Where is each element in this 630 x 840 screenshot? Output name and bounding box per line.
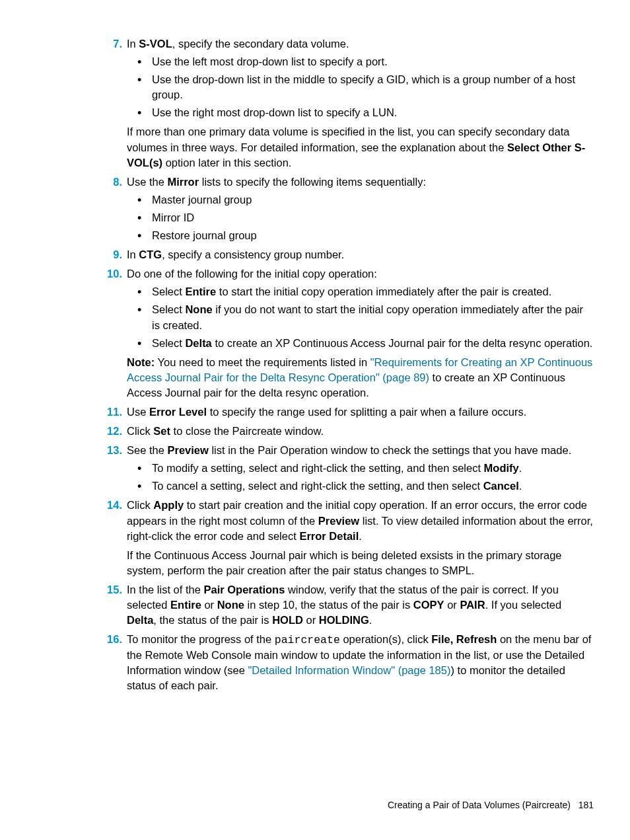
step-text: Do one of the following for the initial … (127, 268, 377, 280)
step-11: 11. Use Error Level to specify the range… (102, 404, 594, 420)
page-number: 181 (578, 800, 594, 810)
step-15: 15. In the list of the Pair Operations w… (102, 582, 594, 628)
step-number: 13. (102, 443, 122, 458)
step-7: 7. In S-VOL, specify the secondary data … (102, 36, 594, 171)
step-14: 14. Click Apply to start pair creation a… (102, 498, 594, 578)
step-12: 12. Click Set to close the Paircreate wi… (102, 424, 594, 439)
ordered-steps: 7. In S-VOL, specify the secondary data … (102, 36, 594, 694)
step-number: 10. (102, 266, 122, 282)
step-text: In the list of the Pair Operations windo… (127, 584, 561, 626)
note-paragraph: Note: You need to meet the requirements … (127, 355, 594, 401)
step-number: 8. (102, 174, 122, 190)
footer-title: Creating a Pair of Data Volumes (Paircre… (388, 800, 571, 810)
step-8: 8. Use the Mirror lists to specify the f… (102, 174, 594, 243)
page-footer: Creating a Pair of Data Volumes (Paircre… (388, 799, 594, 812)
bullet-item: Use the right most drop-down list to spe… (127, 105, 594, 120)
bullet-item: Use the left most drop-down list to spec… (127, 54, 594, 69)
bullet-item: Mirror ID (127, 210, 594, 225)
bullet-item: Select None if you do not want to start … (127, 302, 594, 332)
step-13: 13. See the Preview list in the Pair Ope… (102, 443, 594, 494)
step-number: 7. (102, 36, 122, 52)
step-number: 16. (102, 632, 122, 647)
bullet-item: Use the drop-down list in the middle to … (127, 72, 594, 102)
step-10: 10. Do one of the following for the init… (102, 266, 594, 401)
step-text: Use the Mirror lists to specify the foll… (127, 176, 426, 188)
sub-bullets: Master journal group Mirror ID Restore j… (127, 192, 594, 243)
step-number: 12. (102, 424, 122, 439)
bullet-item: Master journal group (127, 192, 594, 208)
bullet-item: Restore journal group (127, 228, 594, 243)
sub-bullets: Select Entire to start the initial copy … (127, 284, 594, 350)
step-text: Click Apply to start pair creation and t… (127, 499, 593, 541)
step-9: 9. In CTG, specify a consistency group n… (102, 247, 594, 262)
document-page: 7. In S-VOL, specify the secondary data … (0, 0, 630, 694)
step-text: To monitor the progress of the paircreat… (127, 633, 591, 691)
bullet-item: Select Delta to create an XP Continuous … (127, 336, 594, 351)
step-text: Click Set to close the Paircreate window… (127, 425, 324, 437)
sub-bullets: To modify a setting, select and right-cl… (127, 461, 594, 494)
step-text: In S-VOL, specify the secondary data vol… (127, 38, 349, 50)
sub-bullets: Use the left most drop-down list to spec… (127, 54, 594, 120)
bullet-item: Select Entire to start the initial copy … (127, 284, 594, 299)
bullet-item: To cancel a setting, select and right-cl… (127, 478, 594, 494)
link-detailed-info[interactable]: "Detailed Information Window" (page 185) (248, 664, 450, 676)
step-text: See the Preview list in the Pair Operati… (127, 444, 571, 456)
step-text: In CTG, specify a consistency group numb… (127, 248, 344, 260)
step-number: 11. (102, 404, 122, 420)
step-number: 15. (102, 582, 122, 597)
step-paragraph: If the Continuous Access Journal pair wh… (127, 548, 594, 578)
step-16: 16. To monitor the progress of the pairc… (102, 632, 594, 693)
code-text: paircreate (275, 634, 340, 646)
step-number: 14. (102, 498, 122, 513)
bullet-item: To modify a setting, select and right-cl… (127, 461, 594, 476)
step-number: 9. (102, 247, 122, 262)
step-text: Use Error Level to specify the range use… (127, 406, 526, 418)
step-paragraph: If more than one primary data volume is … (127, 124, 594, 170)
